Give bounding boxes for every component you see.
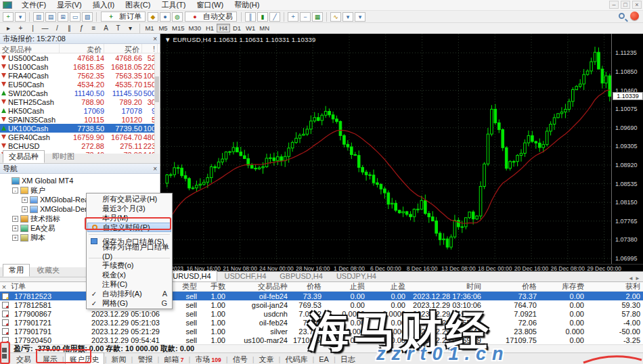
new-chart-icon[interactable]: ＋ — [3, 12, 14, 22]
cursor-icon[interactable]: ▸ — [3, 24, 14, 32]
market-row-SPAIN35Cash[interactable]: SPAIN35Cash10115101205 — [0, 115, 160, 124]
timeframe-W1[interactable]: W1 — [244, 24, 257, 32]
new-order-button[interactable]: ＋新订单 — [101, 12, 146, 22]
nav-tab-常用[interactable]: 常用 — [3, 264, 30, 277]
indicators-icon[interactable]: ∿ — [330, 12, 341, 22]
menu-T[interactable]: 工具(T) — [156, 0, 191, 9]
timeframe-MN[interactable]: MN — [257, 24, 271, 32]
close-icon[interactable]: × — [153, 165, 157, 173]
mw-tab-即时图[interactable]: 即时图 — [46, 150, 81, 163]
price-axis[interactable]: 1.112351.108501.104601.100751.096901.093… — [611, 34, 643, 264]
docked-panel-tab[interactable] — [0, 342, 9, 364]
text-icon[interactable]: A — [100, 24, 112, 32]
market-row-NETH25Cash[interactable]: NETH25Cash788.90789.2030 — [0, 97, 160, 106]
chart-window[interactable]: ▼ EURUSD,H4 1.10631 1.10631 1.10331 1.10… — [160, 34, 643, 271]
line-chart-icon[interactable]: ╱ — [269, 12, 280, 22]
menu-item-C[interactable]: 注释(C) — [87, 279, 171, 289]
expander-icon[interactable]: + — [22, 206, 28, 212]
terminal-tab-交易[interactable]: 交易 — [12, 353, 35, 364]
zoom-in-icon[interactable]: ＋ — [288, 12, 298, 22]
candles-icon[interactable]: ▮ — [257, 12, 268, 22]
menu-C[interactable]: 图表(C) — [120, 0, 156, 9]
terminal-tab-信号[interactable]: 信号 — [229, 353, 252, 364]
tile-windows-icon[interactable]: ▦ — [312, 12, 323, 22]
vertical-line-icon[interactable]: | — [27, 24, 39, 32]
strategy-tester-icon[interactable]: ▧ — [82, 12, 93, 22]
close-icon[interactable]: × — [632, 1, 642, 9]
market-row-BCHUSD[interactable]: BCHUSD272.88275.11223 — [0, 141, 160, 150]
tree-node-XMGlobalMT4[interactable]: XM Global MT4 — [3, 176, 160, 185]
data-window-icon[interactable]: ▤ — [45, 12, 56, 22]
label-icon[interactable]: T — [112, 24, 124, 32]
market-watch-icon[interactable]: ▥ — [33, 12, 44, 22]
market-row-US500Cash[interactable]: US500Cash4768.144768.6652 — [0, 53, 160, 62]
scrollbar[interactable] — [154, 53, 160, 154]
terminal-tab-市场[interactable]: 市场 109 — [191, 353, 225, 364]
market-row-UK100Cash[interactable]: UK100Cash7738.507739.50100 — [0, 124, 160, 133]
timeframe-D1[interactable]: D1 — [230, 24, 244, 32]
timeframe-M1[interactable]: M1 — [143, 24, 156, 32]
market-row-EU50Cash[interactable]: EU50Cash4534.204535.70150 — [0, 80, 160, 89]
autotrading-button[interactable]: ●自动交易 — [185, 12, 237, 22]
web-icon[interactable]: ◍ — [172, 12, 183, 22]
menu-W[interactable]: 窗口(W) — [191, 0, 229, 9]
periods-dropdown[interactable]: ▾ — [342, 12, 353, 22]
timeframe-H1[interactable]: H1 — [203, 24, 217, 32]
price-chart[interactable] — [160, 34, 611, 264]
trendline-icon[interactable]: / — [51, 24, 63, 32]
channel-icon[interactable]: ∥ — [64, 24, 75, 32]
crosshair-icon[interactable]: + — [15, 24, 26, 32]
search-icon[interactable] — [619, 13, 625, 19]
expander-icon[interactable]: - — [12, 187, 18, 194]
terminal-tab-邮箱[interactable]: 邮箱 7 — [160, 353, 187, 364]
timeframe-M5[interactable]: M5 — [156, 24, 170, 32]
menu-item-A[interactable]: ✓自动排列(A)A — [87, 289, 171, 298]
mw-tab-交易品种[interactable]: 交易品种 — [3, 150, 45, 163]
chart-tab-USDCHFH4[interactable]: USDCHF,H4 — [219, 271, 273, 281]
restore-icon[interactable]: □ — [621, 1, 630, 9]
close-icon[interactable]: × — [0, 283, 8, 291]
market-row-US100Cash[interactable]: US100Cash16815.8516818.05220 — [0, 62, 160, 71]
minimize-icon[interactable]: – — [609, 1, 619, 9]
profiles-icon[interactable]: ▾ — [15, 12, 26, 22]
expander-icon[interactable]: + — [12, 225, 18, 231]
menu-item-G[interactable]: ✓网格(G)G — [87, 298, 171, 308]
navigator-icon[interactable]: ⊞ — [58, 12, 68, 22]
expander-icon[interactable]: + — [12, 235, 18, 241]
terminal-tab-展示[interactable]: 展示 — [39, 353, 62, 364]
shapes-dropdown-icon[interactable]: ▾ — [125, 24, 136, 32]
terminal-tab-代码库[interactable]: 代码库 — [281, 353, 311, 364]
timeframe-H4[interactable]: H4 — [217, 24, 230, 32]
market-row-FRA40Cash[interactable]: FRA40Cash7562.357563.35100 — [0, 71, 160, 80]
notification-bell-icon[interactable] — [630, 12, 639, 20]
equidistant-icon[interactable]: ≡ — [88, 24, 99, 32]
fibonacci-icon[interactable]: ƒ — [76, 24, 87, 32]
nav-tab-收藏夹[interactable]: 收藏夹 — [31, 264, 66, 277]
templates-dropdown[interactable]: ▾ — [355, 12, 365, 22]
menu-item-H[interactable]: 所有交易记录(H) — [87, 194, 171, 204]
terminal-tab-文章[interactable]: 文章 — [255, 353, 278, 364]
menu-item-33[interactable]: 最近3个月(3) — [87, 204, 171, 213]
chart-tab-GBPUSDH4[interactable]: GBPUSD,H4 — [273, 271, 329, 281]
expander-icon[interactable]: + — [22, 197, 28, 203]
market-row-GER40Cash[interactable]: GER40Cash16759.9016764.70480 — [0, 133, 160, 141]
market-row-HK50Cash[interactable]: HK50Cash17069170789 — [0, 106, 160, 115]
community-icon[interactable]: ● — [160, 12, 171, 22]
tab-scroll-arrows[interactable]: ◄ ► — [628, 275, 643, 281]
menu-item-D[interactable]: 保存为详细户口结单(D) — [87, 246, 171, 256]
history-center-icon[interactable]: ◆ — [148, 12, 158, 22]
expander-icon[interactable]: + — [12, 216, 18, 222]
menu-I[interactable]: 插入(I) — [87, 0, 120, 9]
menu-item-o[interactable]: 手续费(o) — [87, 260, 171, 270]
menu-item-x[interactable]: 税金(x) — [87, 270, 171, 279]
menu-item-P[interactable]: 自定义时段(P)... — [87, 223, 171, 232]
close-icon[interactable]: × — [153, 35, 157, 43]
menu-item-M[interactable]: 本月(M) — [87, 213, 171, 223]
market-row-SWI20Cash[interactable]: SWI20Cash11140.5011145.50500 — [0, 89, 160, 97]
timeframe-M15[interactable]: M15 — [170, 24, 186, 32]
bars-icon[interactable]: ║ — [245, 12, 256, 22]
terminal-tab-警报[interactable]: 警报 — [133, 353, 156, 364]
timeframe-M30[interactable]: M30 — [186, 24, 202, 32]
terminal-icon[interactable]: ▭ — [70, 12, 81, 22]
menu-V[interactable]: 显示(V) — [51, 0, 87, 9]
